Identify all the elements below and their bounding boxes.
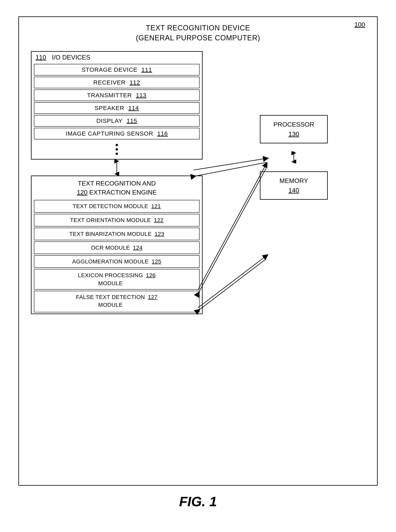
- outer-box: 100 TEXT RECOGNITION DEVICE (GENERAL PUR…: [18, 16, 378, 486]
- engine-ref-label: 120: [77, 189, 87, 196]
- engine-header: TEXT RECOGNITION AND 120 EXTRACTION ENGI…: [32, 176, 202, 199]
- double-headed-arrow-icon: [112, 160, 122, 176]
- processor-label: PROCESSOR: [274, 121, 314, 128]
- io-transmitter: TRANSMITTER 113: [34, 89, 200, 101]
- dot-1: [116, 144, 118, 146]
- io-storage-device: STORAGE DEVICE 111: [34, 64, 200, 76]
- io-transmitter-label: TRANSMITTER: [87, 92, 132, 99]
- engine-lexicon-row: LEXICON PROCESSINGMODULE 126: [78, 271, 156, 287]
- engine-lexicon-label: LEXICON PROCESSINGMODULE: [78, 271, 143, 287]
- io-display-label: DISPLAY: [96, 118, 123, 124]
- io-speaker-ref: 114: [128, 105, 139, 112]
- processor-ref: 130: [267, 129, 321, 139]
- io-display-ref: 115: [127, 118, 137, 124]
- io-receiver-label: RECEIVER: [93, 79, 126, 86]
- engine-ocr-ref: 124: [133, 244, 143, 252]
- memory-box: MEMORY 140: [260, 171, 328, 200]
- engine-text-detection-label: TEXT DETECTION MODULE: [73, 202, 148, 210]
- engine-lexicon: LEXICON PROCESSINGMODULE 126: [34, 269, 200, 289]
- io-display: DISPLAY 115: [34, 115, 200, 127]
- engine-text-binarization: TEXT BINARIZATION MODULE 123: [34, 228, 200, 240]
- io-speaker: SPEAKER 114: [34, 102, 200, 114]
- engine-ocr: OCR MODULE 124: [34, 242, 200, 254]
- io-header: 110 I/O DEVICES: [32, 52, 202, 63]
- outer-title-line1: TEXT RECOGNITION DEVICE: [146, 24, 250, 32]
- engine-title-line1: TEXT RECOGNITION AND: [78, 180, 156, 187]
- engine-box: TEXT RECOGNITION AND 120 EXTRACTION ENGI…: [31, 176, 203, 314]
- io-transmitter-ref: 113: [136, 92, 146, 99]
- memory-label: MEMORY: [280, 177, 308, 184]
- outer-title-line2: (GENERAL PURPOSE COMPUTER): [136, 34, 260, 42]
- engine-agglomeration-ref: 125: [152, 258, 161, 266]
- io-image-sensor: IMAGE CAPTURING SENSOR 116: [34, 128, 200, 139]
- engine-false-text-row: FALSE TEXT DETECTIONMODULE 127: [76, 293, 157, 309]
- engine-text-orientation: TEXT ORIENTATION MODULE 122: [34, 214, 200, 226]
- engine-agglomeration-label: AGGLOMERATION MODULE: [72, 258, 149, 266]
- io-storage-ref: 111: [141, 66, 152, 73]
- engine-false-text: FALSE TEXT DETECTIONMODULE 127: [34, 291, 200, 312]
- engine-false-text-ref: 127: [148, 293, 157, 301]
- dot-3: [116, 153, 118, 155]
- io-receiver-ref: 112: [129, 79, 140, 86]
- engine-title-line2: EXTRACTION ENGINE: [89, 189, 157, 196]
- io-receiver: RECEIVER 112: [34, 77, 200, 88]
- io-ref-label: 110: [35, 54, 46, 61]
- left-column: 110 I/O DEVICES STORAGE DEVICE 111 RECEI…: [27, 51, 207, 314]
- engine-agglomeration: AGGLOMERATION MODULE 125: [34, 255, 200, 268]
- dot-2: [116, 148, 118, 151]
- io-storage-label: STORAGE DEVICE: [82, 66, 137, 73]
- page: 100 TEXT RECOGNITION DEVICE (GENERAL PUR…: [8, 8, 388, 524]
- engine-text-binarization-label: TEXT BINARIZATION MODULE: [69, 230, 151, 238]
- figure-label: FIG. 1: [16, 494, 380, 509]
- processor-box: PROCESSOR 130: [260, 115, 328, 143]
- main-content: 110 I/O DEVICES STORAGE DEVICE 111 RECEI…: [27, 51, 369, 314]
- vertical-arrow-connector: [112, 160, 122, 176]
- proc-mem-arrow: [290, 155, 298, 159]
- engine-false-text-label: FALSE TEXT DETECTIONMODULE: [76, 293, 145, 309]
- engine-lexicon-ref: 126: [146, 271, 156, 279]
- right-column: PROCESSOR 130: [219, 115, 369, 200]
- engine-text-orientation-label: TEXT ORIENTATION MODULE: [70, 216, 151, 224]
- engine-text-detection: TEXT DETECTION MODULE 121: [34, 200, 200, 213]
- proc-mem-arrow-icon: [290, 151, 298, 163]
- engine-text-detection-ref: 121: [151, 202, 161, 210]
- io-speaker-label: SPEAKER: [95, 105, 124, 112]
- io-dots: [32, 141, 202, 159]
- io-devices-box: 110 I/O DEVICES STORAGE DEVICE 111 RECEI…: [31, 51, 203, 160]
- memory-ref: 140: [267, 185, 321, 195]
- outer-title: TEXT RECOGNITION DEVICE (GENERAL PURPOSE…: [27, 23, 369, 43]
- engine-text-binarization-ref: 123: [155, 230, 164, 238]
- engine-text-orientation-ref: 122: [154, 216, 163, 224]
- outer-ref-label: 100: [355, 21, 365, 28]
- io-title: I/O DEVICES: [52, 54, 90, 61]
- io-image-sensor-ref: 116: [157, 130, 168, 137]
- engine-ocr-label: OCR MODULE: [91, 244, 130, 252]
- io-image-sensor-label: IMAGE CAPTURING SENSOR: [66, 130, 153, 137]
